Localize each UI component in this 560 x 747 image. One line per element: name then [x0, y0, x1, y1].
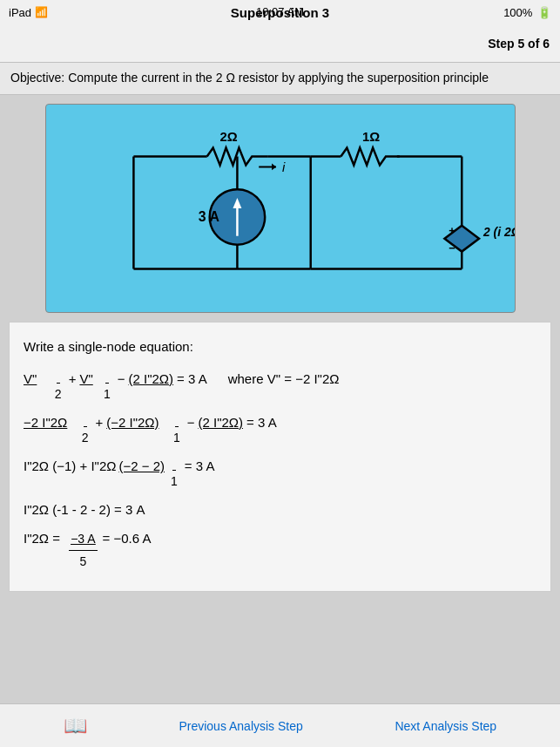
eq1-part2: V": [79, 367, 92, 390]
eq3-fraction: 1: [169, 470, 179, 492]
eq2-equals: = 3 A: [246, 411, 277, 434]
eq1-part3: (2 I"2Ω): [129, 367, 174, 390]
equation-4: I"2Ω (-1 - 2 - 2) = 3 A: [24, 498, 536, 521]
svg-text:+: +: [449, 223, 455, 236]
eq2-minus: −: [187, 411, 195, 434]
eq1-denom1: [38, 367, 50, 390]
main-content: 2Ω i 1Ω 3 A + −: [0, 95, 560, 601]
objective-text: Objective: Compute the current in the 2 …: [10, 71, 489, 85]
equations-area: Write a single-node equation: V" 2 + V" …: [9, 322, 551, 592]
equation-1: V" 2 + V" 1 − (2 I"2Ω) = 3 A where V" = …: [24, 367, 536, 405]
eq2-spacer1: [69, 411, 76, 434]
eq2-part1: −2 I"2Ω: [24, 411, 67, 434]
eq2-fraction1: 2: [80, 426, 91, 449]
section-title: Write a single-node equation:: [24, 335, 536, 358]
eq5-result: = −0.6 A: [103, 526, 152, 550]
wifi-icon: 📶: [35, 6, 48, 18]
equation-2: −2 I"2Ω 2 + (−2 I"2Ω) 1 − (2 I"2Ω) = 3 A: [24, 411, 536, 449]
svg-text:1Ω: 1Ω: [362, 129, 380, 143]
eq1-spacer: [95, 367, 98, 390]
circuit-diagram: 2Ω i 1Ω 3 A + −: [45, 104, 516, 313]
objective-bar: Objective: Compute the current in the 2 …: [0, 63, 560, 95]
step-indicator: Step 5 of 6: [488, 37, 550, 51]
eq5-text: I"2Ω =: [24, 526, 60, 550]
eq5-fraction: −3 A 5: [69, 528, 97, 573]
eq1-fraction1: 2: [53, 383, 64, 405]
bottom-toolbar: 📖 Previous Analysis Step Next Analysis S…: [0, 703, 560, 747]
eq2-fraction2: 1: [172, 426, 182, 449]
eq2-plus: +: [95, 411, 103, 434]
device-label: iPad: [9, 6, 31, 19]
battery-info: 100% 🔋: [503, 6, 551, 19]
equation-5: I"2Ω = −3 A 5 = −0.6 A: [24, 526, 536, 573]
nav-bar: Step 5 of 6: [0, 24, 560, 63]
eq2-spacer2: [161, 411, 168, 434]
eq1-plus: +: [69, 367, 77, 390]
svg-text:i: i: [281, 160, 285, 174]
eq4-text: I"2Ω (-1 - 2 - 2) = 3 A: [24, 498, 145, 521]
svg-text:3 A: 3 A: [198, 208, 219, 223]
svg-text:2Ω: 2Ω: [219, 129, 237, 143]
next-step-button[interactable]: Next Analysis Step: [395, 719, 496, 733]
svg-text:2 (i 2Ω): 2 (i 2Ω): [482, 224, 515, 238]
svg-marker-12: [272, 163, 276, 170]
eq2-part2: (−2 I"2Ω): [106, 411, 159, 434]
battery-icon: 🔋: [537, 6, 551, 19]
eq1-fraction2: 1: [102, 383, 112, 405]
svg-text:−: −: [449, 241, 455, 254]
equation-3: I"2Ω (−1) + I"2Ω (−2 − 2) 1 = 3 A: [24, 454, 536, 492]
eq3-equals: = 3 A: [185, 454, 215, 478]
book-icon[interactable]: 📖: [64, 715, 87, 737]
eq3-spacer: (−2 − 2): [118, 454, 165, 478]
eq1-part1: V": [24, 367, 37, 390]
circuit-svg: 2Ω i 1Ω 3 A + −: [46, 105, 515, 312]
prev-step-button[interactable]: Previous Analysis Step: [179, 719, 302, 733]
eq5-spacer: [62, 526, 65, 550]
battery-percent: 100%: [503, 6, 532, 19]
eq2-part3: (2 I"2Ω): [198, 411, 243, 434]
status-time: 10:07 AM: [256, 5, 304, 18]
eq3-text: I"2Ω (−1) + I"2Ω: [24, 454, 116, 478]
eq1-equals: = 3 A: [177, 367, 207, 390]
eq1-minus: −: [118, 367, 125, 390]
eq1-where: where V" = −2 I"2Ω: [228, 367, 340, 390]
